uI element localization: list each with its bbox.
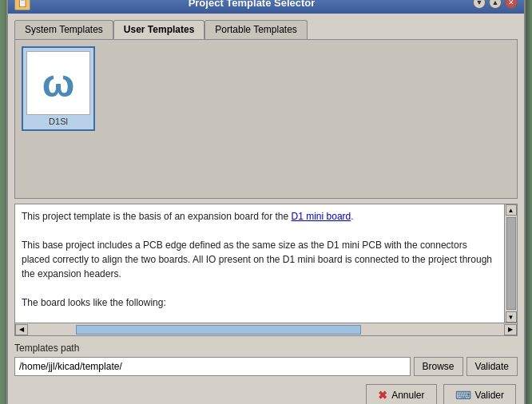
- scroll-up-arrow[interactable]: ▲: [506, 204, 517, 216]
- tab-portable-templates[interactable]: Portable Templates: [204, 20, 308, 39]
- template-icon-d1sl: ω: [26, 51, 90, 115]
- browse-button[interactable]: Browse: [414, 357, 463, 376]
- description-scrollbar-h[interactable]: ◀ ▶: [14, 323, 518, 336]
- main-window: 📋 Project Template Selector ▼ ▲ ✕ System…: [6, 0, 526, 404]
- desc-line3: The board looks like the following:: [22, 295, 498, 310]
- app-icon: 📋: [14, 0, 30, 10]
- content-area: System Templates User Templates Portable…: [8, 14, 524, 404]
- desc-line2: This base project includes a PCB edge de…: [22, 238, 498, 281]
- bottom-buttons: ✖ Annuler ⌨ Valider: [14, 384, 518, 404]
- desc-line1-prefix: This project template is the basis of an…: [22, 211, 292, 222]
- d1-mini-board-link[interactable]: D1 mini board: [292, 211, 351, 222]
- template-item-d1sl[interactable]: ω D1Sl: [22, 46, 95, 131]
- ok-label: Valider: [475, 390, 504, 401]
- window-controls: ▼ ▲ ✕: [473, 0, 518, 9]
- cancel-icon: ✖: [378, 389, 387, 402]
- description-scrollbar-v[interactable]: ▲ ▼: [504, 204, 517, 323]
- titlebar: 📋 Project Template Selector ▼ ▲ ✕: [8, 0, 524, 14]
- tab-user-templates[interactable]: User Templates: [113, 20, 204, 39]
- desc-line1-suffix: .: [351, 211, 353, 222]
- template-panel: ω D1Sl: [14, 39, 518, 199]
- validate-path-button[interactable]: Validate: [466, 357, 518, 376]
- path-row: Templates path Browse Validate: [14, 343, 518, 376]
- hscroll-thumb[interactable]: [76, 325, 362, 335]
- cancel-button[interactable]: ✖ Annuler: [366, 384, 436, 404]
- cancel-label: Annuler: [391, 390, 424, 401]
- description-text: This project template is the basis of an…: [22, 209, 510, 310]
- ok-icon: ⌨: [455, 389, 471, 402]
- maximize-button[interactable]: ▲: [489, 0, 502, 9]
- scroll-thumb[interactable]: [506, 217, 516, 310]
- path-input[interactable]: [14, 357, 411, 376]
- template-label-d1sl: D1Sl: [49, 117, 68, 126]
- template-grid: ω D1Sl: [22, 46, 510, 131]
- hscroll-right-arrow[interactable]: ▶: [504, 324, 517, 335]
- window-title: Project Template Selector: [30, 0, 473, 9]
- tab-system-templates[interactable]: System Templates: [14, 20, 113, 39]
- hscroll-track: [28, 324, 504, 335]
- path-label: Templates path: [14, 343, 518, 354]
- path-input-row: Browse Validate: [14, 357, 518, 376]
- description-area: This project template is the basis of an…: [14, 204, 518, 323]
- ok-button[interactable]: ⌨ Valider: [443, 384, 516, 404]
- tab-bar: System Templates User Templates Portable…: [14, 20, 518, 39]
- hscroll-left-arrow[interactable]: ◀: [15, 324, 28, 335]
- scroll-down-arrow[interactable]: ▼: [506, 311, 517, 323]
- minimize-button[interactable]: ▼: [473, 0, 486, 9]
- close-button[interactable]: ✕: [505, 0, 518, 9]
